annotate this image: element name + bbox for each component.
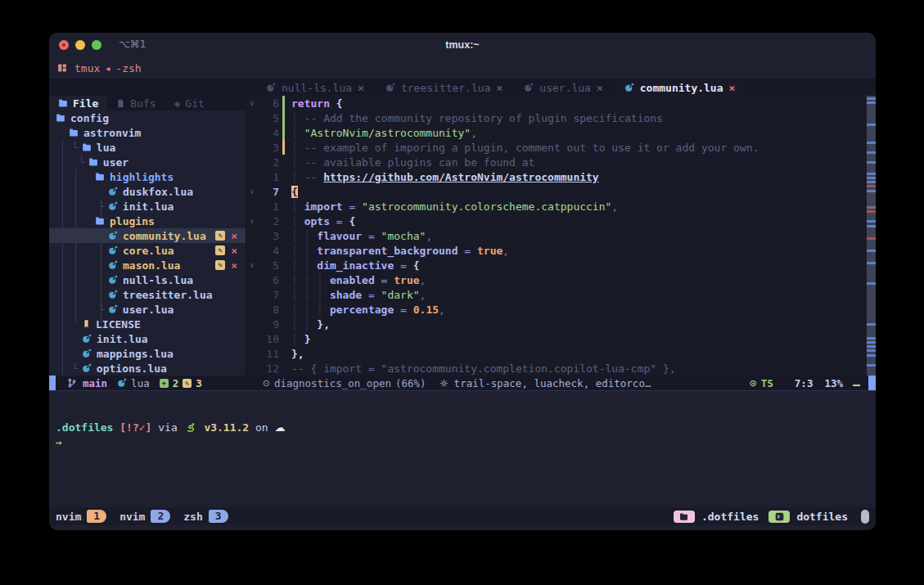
code-token: = (362, 230, 381, 242)
traffic-lights (59, 40, 101, 50)
editor-scrollbar[interactable] (867, 96, 876, 376)
lsp-gear-icon (439, 379, 448, 388)
tree-item-mappings.lua[interactable]: mappings.lua (49, 346, 246, 361)
tree-item-null-ls.lua[interactable]: null-ls.lua (49, 272, 246, 287)
tmux-session-name[interactable]: tmux (74, 62, 100, 74)
tree-item-label: LICENSE (96, 318, 141, 331)
editor-line[interactable]: 8│ │ │ percentage = 0.15, (246, 302, 867, 317)
minimize-window-button[interactable] (75, 40, 85, 50)
tree-item-user.lua[interactable]: └user.lua (49, 302, 246, 317)
tmux-window-nvim-1[interactable]: nvim1 (56, 510, 106, 523)
explorer-tab-label: Bufs (130, 97, 156, 110)
editor-line[interactable]: 7│ │ │ shade = "dark", (246, 287, 867, 302)
tree-item-init.lua[interactable]: init.lua (49, 331, 246, 346)
lua-file-icon (82, 363, 92, 373)
code-editor: ∨6return {5│ -- Add the community reposi… (246, 96, 867, 376)
tree-item-treesitter.lua[interactable]: treesitter.lua (49, 287, 246, 302)
editor-line[interactable]: 4│ │ transparent_background = true, (246, 243, 867, 258)
tmux-window-index: 1 (87, 510, 106, 523)
code-token: opts (304, 215, 330, 227)
tmux-program-name: -zsh (115, 62, 141, 74)
close-file-icon[interactable]: × (231, 245, 237, 257)
tree-item-mason.lua[interactable]: mason.lua✎× (49, 258, 246, 272)
scrollbar-mark (867, 262, 876, 264)
code-token: , (439, 304, 445, 316)
editor-line[interactable]: 5│ -- Add the community repository of pl… (246, 110, 867, 125)
tree-item-lua[interactable]: └lua (49, 140, 246, 155)
terminal-cursor (853, 385, 860, 386)
tmux-session-dotfiles[interactable]: dotfiles (768, 511, 848, 523)
close-window-button[interactable] (59, 40, 69, 50)
editor-line[interactable]: 1│ -- https://github.com/AstroNvim/astro… (246, 169, 867, 184)
tmux-window-index: 2 (151, 510, 170, 523)
editor-line[interactable]: 12-- { import = "astrocommunity.completi… (246, 361, 867, 376)
code-token: │ (291, 200, 304, 213)
editor-line[interactable]: 3│ -- example of imporing a plugin, comm… (246, 140, 867, 155)
code-token: │ (291, 333, 304, 345)
tree-item-duskfox.lua[interactable]: duskfox.lua (49, 184, 246, 199)
editor-line[interactable]: ∨5│ │ dim_inactive = { (246, 258, 867, 272)
buffer-tabline: null-ls.lua×treesitter.lua×user.lua×comm… (49, 79, 876, 96)
explorer-tab-label: File (73, 97, 98, 110)
close-buffer-icon[interactable]: × (358, 82, 364, 94)
tmux-status-bar: nvim1nvim2zsh3.dotfilesdotfiles (49, 507, 876, 525)
tmux-window-nvim-2[interactable]: nvim2 (119, 510, 170, 523)
tmux-window-name: nvim (56, 511, 81, 523)
tree-item-LICENSE[interactable]: LICENSE (49, 317, 246, 331)
editor-line[interactable]: 9│ │ }, (246, 317, 867, 331)
editor-line[interactable]: 10│ } (246, 331, 867, 346)
tree-item-highlights[interactable]: highlights (49, 169, 246, 184)
tree-item-astronvim[interactable]: astronvim (49, 125, 246, 140)
code-token: }, (291, 348, 304, 360)
fold-chevron-icon[interactable]: ∨ (246, 99, 258, 107)
code-token: -- example of imporing a plugin, comment… (304, 142, 759, 154)
close-buffer-icon[interactable]: × (729, 82, 736, 94)
diagnostics-icon: ⊙ (263, 378, 270, 389)
buffer-tab-treesitter.lua[interactable]: treesitter.lua× (375, 79, 513, 96)
tree-item-user[interactable]: └user (49, 155, 246, 169)
editor-line[interactable]: ∨7{ (246, 184, 867, 199)
editor-line[interactable]: 1│ import = "astrocommunity.colorscheme.… (246, 199, 867, 214)
tree-item-core.lua[interactable]: core.lua✎× (49, 243, 246, 258)
fold-chevron-icon[interactable]: ∨ (246, 217, 258, 225)
line-number: 5 (258, 259, 279, 272)
fold-chevron-icon[interactable]: ∨ (246, 261, 258, 269)
cloud-icon: ☁ (275, 421, 286, 434)
editor-line[interactable]: 2│ -- available plugins can be found at (246, 155, 867, 169)
line-number: 7 (258, 289, 279, 301)
lua-file-icon (108, 201, 118, 211)
editor-line[interactable]: 11}, (246, 346, 867, 361)
git-added-icon: + (160, 379, 169, 388)
close-buffer-icon[interactable]: × (597, 82, 603, 94)
tree-item-config[interactable]: config (49, 110, 246, 125)
close-buffer-icon[interactable]: × (497, 82, 503, 94)
close-file-icon[interactable]: × (231, 230, 237, 242)
shell-pane[interactable]: .dotfiles [!?✓] via v3.11.2 on ☁ → (49, 391, 876, 507)
tree-item-label: null-ls.lua (123, 274, 193, 286)
close-file-icon[interactable]: × (231, 259, 237, 272)
tmux-panes-icon (57, 63, 67, 73)
code-token: -- { import = "astrocommunity.completion… (291, 362, 676, 375)
statusline-scroll-thumb[interactable] (868, 376, 876, 390)
zoom-window-button[interactable] (92, 40, 101, 50)
fold-chevron-icon[interactable]: ∨ (246, 187, 258, 196)
buffer-tab-label: null-ls.lua (282, 82, 352, 94)
editor-line[interactable]: 3│ │ flavour = "mocha", (246, 228, 867, 243)
folder-icon (82, 142, 92, 152)
tree-item-init.lua[interactable]: └init.lua (49, 199, 246, 214)
explorer-tab-bufs[interactable]: Bufs (107, 96, 165, 110)
buffer-tab-null-ls.lua[interactable]: null-ls.lua× (255, 79, 375, 96)
explorer-tab-file[interactable]: File (49, 96, 107, 110)
tmux-session-.dotfiles[interactable]: .dotfiles (674, 511, 759, 523)
explorer-tab-git[interactable]: ◈ Git (165, 96, 214, 110)
editor-line[interactable]: 6│ │ │ enabled = true, (246, 272, 867, 287)
editor-line[interactable]: ∨2│ opts = { (246, 214, 867, 228)
tree-item-options.lua[interactable]: └options.lua (49, 361, 246, 376)
tree-item-community.lua[interactable]: community.lua✎× (49, 228, 246, 243)
editor-line[interactable]: ∨6return { (246, 96, 867, 110)
tree-item-plugins[interactable]: plugins (49, 214, 246, 228)
editor-line[interactable]: 4│ "AstroNvim/astrocommunity", (246, 125, 867, 140)
tmux-window-zsh-3[interactable]: zsh3 (183, 510, 228, 523)
buffer-tab-community.lua[interactable]: community.lua× (614, 79, 746, 96)
buffer-tab-user.lua[interactable]: user.lua× (513, 79, 613, 96)
